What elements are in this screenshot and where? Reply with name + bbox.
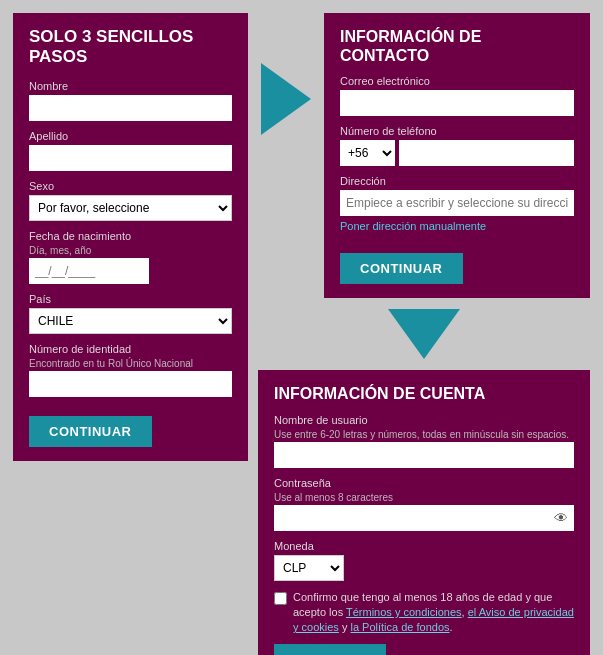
step1-panel: SOLO 3 SENCILLOS PASOS Nombre Apellido S…	[13, 13, 248, 461]
fecha-sublabel: Día, mes, año	[29, 245, 232, 256]
poner-manual-link[interactable]: Poner dirección manualmente	[340, 220, 486, 232]
apellido-input[interactable]	[29, 145, 232, 171]
terms-text: Confirmo que tengo al menos 18 años de e…	[293, 590, 574, 636]
telefono-prefix-select[interactable]: +56	[340, 140, 395, 166]
telefono-label: Número de teléfono	[340, 125, 574, 137]
step3-panel-wrapper: INFORMACIÓN DE CUENTA Nombre de usuario …	[253, 365, 595, 655]
sexo-group: Sexo Por favor, seleccione Masculino Fem…	[29, 180, 232, 221]
moneda-select[interactable]: CLP	[274, 555, 344, 581]
arrow-right-icon	[261, 63, 311, 135]
telefono-input[interactable]	[399, 140, 574, 166]
identidad-label: Número de identidad	[29, 343, 232, 355]
step2-panel-wrapper: INFORMACIÓN DE CONTACTO Correo electróni…	[319, 8, 595, 303]
identidad-group: Número de identidad Encontrado en tu Rol…	[29, 343, 232, 397]
arrow-down-container	[253, 303, 595, 365]
direccion-label: Dirección	[340, 175, 574, 187]
correo-input[interactable]	[340, 90, 574, 116]
identidad-sublabel: Encontrado en tu Rol Único Nacional	[29, 358, 232, 369]
usuario-group: Nombre de usuario Use entre 6-20 letras …	[274, 414, 574, 468]
contrasena-group: Contraseña Use al menos 8 caracteres 👁	[274, 477, 574, 531]
usuario-input[interactable]	[274, 442, 574, 468]
contrasena-label: Contraseña	[274, 477, 574, 489]
usuario-label: Nombre de usuario	[274, 414, 574, 426]
step1-continuar-button[interactable]: CONTINUAR	[29, 416, 152, 447]
step2-title: INFORMACIÓN DE CONTACTO	[340, 27, 574, 65]
step3-title: INFORMACIÓN DE CUENTA	[274, 384, 574, 403]
pais-label: País	[29, 293, 232, 305]
step2-continuar-button[interactable]: CONTINUAR	[340, 253, 463, 284]
telefono-group: Número de teléfono +56	[340, 125, 574, 166]
pais-select[interactable]: CHILE	[29, 308, 232, 334]
usuario-sublabel: Use entre 6-20 letras y números, todas e…	[274, 429, 574, 440]
politica-link[interactable]: la Política de fondos	[350, 621, 449, 633]
correo-group: Correo electrónico	[340, 75, 574, 116]
nombre-input[interactable]	[29, 95, 232, 121]
step3-panel: INFORMACIÓN DE CUENTA Nombre de usuario …	[258, 370, 590, 655]
fecha-label: Fecha de nacimiento	[29, 230, 232, 242]
contrasena-sublabel: Use al menos 8 caracteres	[274, 492, 574, 503]
apellido-group: Apellido	[29, 130, 232, 171]
step1-title: SOLO 3 SENCILLOS PASOS	[29, 27, 232, 68]
arrow-right-container	[253, 8, 319, 135]
terms-checkbox-row: Confirmo que tengo al menos 18 años de e…	[274, 590, 574, 636]
arrow-down-icon	[388, 309, 460, 359]
identidad-input[interactable]	[29, 371, 232, 397]
fecha-group: Fecha de nacimiento Día, mes, año	[29, 230, 232, 284]
password-wrapper: 👁	[274, 505, 574, 531]
sexo-select[interactable]: Por favor, seleccione Masculino Femenino	[29, 195, 232, 221]
moneda-label: Moneda	[274, 540, 574, 552]
password-toggle-icon[interactable]: 👁	[554, 510, 568, 526]
sexo-label: Sexo	[29, 180, 232, 192]
terms-checkbox[interactable]	[274, 592, 287, 605]
direccion-group: Dirección Poner dirección manualmente	[340, 175, 574, 234]
apellido-label: Apellido	[29, 130, 232, 142]
contrasena-input[interactable]	[274, 505, 574, 531]
nombre-label: Nombre	[29, 80, 232, 92]
correo-label: Correo electrónico	[340, 75, 574, 87]
terminos-link[interactable]: Términos y condiciones	[346, 606, 462, 618]
phone-row: +56	[340, 140, 574, 166]
step2-panel: INFORMACIÓN DE CONTACTO Correo electróni…	[324, 13, 590, 298]
pais-group: País CHILE	[29, 293, 232, 334]
direccion-input[interactable]	[340, 190, 574, 216]
registro-button[interactable]: REGISTRO	[274, 644, 386, 655]
moneda-group: Moneda CLP	[274, 540, 574, 581]
fecha-input[interactable]	[29, 258, 149, 284]
nombre-group: Nombre	[29, 80, 232, 121]
